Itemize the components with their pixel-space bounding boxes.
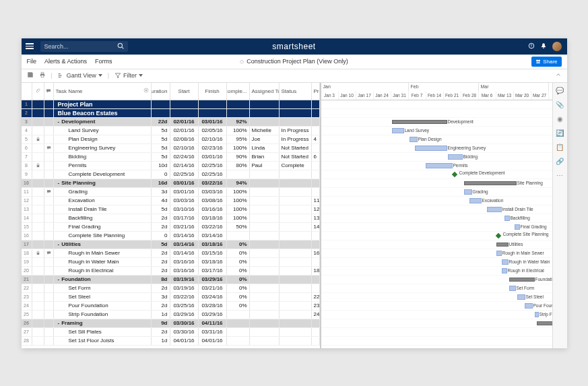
col-pred[interactable]: Predecessors — [314, 88, 320, 94]
gantt-bar[interactable]: Plan Design — [410, 137, 418, 142]
cell-status[interactable]: In Progress — [280, 127, 312, 135]
milestone-icon[interactable] — [451, 171, 457, 176]
cell-status[interactable] — [280, 302, 312, 310]
cell-taskname[interactable]: Pour Foundation — [54, 302, 152, 310]
cell-taskname[interactable]: Site Planning — [54, 179, 152, 187]
cell-taskname[interactable]: Blue Beacon Estates — [54, 109, 152, 117]
gantt-bar[interactable]: Set Steel — [517, 294, 525, 300]
cell-pred[interactable]: 4 — [312, 135, 320, 143]
cell-complete[interactable]: 100% — [227, 188, 250, 196]
cell-complete[interactable] — [227, 319, 250, 327]
cell-finish[interactable]: 02/25/16 — [199, 170, 227, 179]
cell-complete[interactable] — [227, 328, 250, 336]
cell-status[interactable]: Not Started — [280, 153, 312, 161]
cell-pred[interactable] — [312, 337, 320, 345]
cell-pred[interactable] — [312, 240, 320, 249]
cell-pred[interactable] — [312, 144, 320, 152]
cell-finish[interactable]: 03/18/16 — [199, 240, 227, 249]
search-box[interactable] — [40, 41, 128, 52]
cell-taskname[interactable]: Bidding — [54, 153, 152, 161]
cell-pred[interactable]: 22 — [312, 293, 320, 301]
cell-assigned[interactable] — [250, 276, 280, 284]
cell-finish[interactable]: 03/31/16 — [199, 328, 227, 336]
cell-finish[interactable]: 03/21/16 — [199, 284, 227, 292]
cell-start[interactable]: 03/21/16 — [170, 223, 199, 231]
table-row[interactable]: 1Project Plan — [22, 100, 320, 109]
cell-complete[interactable]: 0% — [227, 267, 250, 275]
cell-finish[interactable]: 03/29/16 — [199, 311, 227, 319]
cell-duration[interactable]: 5d — [152, 135, 170, 143]
cell-taskname[interactable]: Strip Foundation — [54, 311, 152, 319]
cell-assigned[interactable] — [250, 205, 280, 214]
cell-status[interactable] — [280, 205, 312, 214]
cell-complete[interactable] — [227, 232, 250, 240]
cell-taskname[interactable]: Set Steel — [54, 293, 152, 301]
cell-duration[interactable]: 0 — [152, 232, 170, 240]
cell-start[interactable]: 03/01/16 — [170, 179, 199, 187]
gantt-bar[interactable]: Engineering Survey — [415, 146, 447, 151]
cell-complete[interactable]: 0% — [227, 276, 250, 284]
cell-status[interactable] — [280, 337, 312, 345]
cell-duration[interactable]: 2d — [152, 284, 170, 292]
cell-status[interactable] — [280, 179, 312, 187]
cell-start[interactable]: 03/25/16 — [170, 302, 199, 310]
cell-start[interactable]: 03/30/16 — [170, 319, 199, 327]
cell-finish[interactable]: 03/28/16 — [199, 302, 227, 310]
cell-assigned[interactable]: Linda — [250, 144, 280, 152]
cell-pred[interactable] — [312, 258, 320, 266]
milestone-icon[interactable] — [495, 232, 500, 238]
cell-pred[interactable] — [312, 284, 320, 292]
cell-assigned[interactable]: Michelle — [250, 127, 280, 135]
cell-assigned[interactable]: Joe — [250, 135, 280, 143]
cell-status[interactable]: Complete — [280, 162, 312, 170]
gantt-bar[interactable]: Bidding — [448, 154, 463, 160]
cell-finish[interactable]: 02/25/16 — [199, 162, 227, 170]
menu-alerts[interactable]: Alerts & Actions — [44, 58, 87, 65]
column-menu-icon[interactable] — [143, 88, 149, 94]
cell-complete[interactable]: 0% — [227, 258, 250, 266]
gantt-bar[interactable]: Permits — [426, 163, 453, 168]
cell-duration[interactable]: 8d — [152, 276, 170, 284]
table-row[interactable]: 27Set Sill Plates2d03/30/1603/31/16 — [22, 328, 320, 337]
activity-panel-icon[interactable]: 📋 — [556, 143, 564, 151]
cell-status[interactable] — [280, 170, 312, 179]
cell-status[interactable] — [280, 197, 312, 205]
cell-complete[interactable]: 0% — [227, 302, 250, 310]
cell-taskname[interactable]: Complete Development — [54, 170, 152, 179]
cell-complete[interactable] — [227, 109, 250, 117]
gantt-bar[interactable]: Site Planning — [464, 181, 517, 185]
cell-finish[interactable]: 02/05/16 — [199, 127, 227, 135]
more-panel-icon[interactable]: ⋯ — [556, 172, 563, 179]
filter-button[interactable]: Filter — [115, 72, 143, 79]
cell-duration[interactable]: 10d — [152, 162, 170, 170]
cell-complete[interactable]: 95% — [227, 135, 250, 143]
cell-complete[interactable]: 100% — [227, 214, 250, 222]
update-panel-icon[interactable]: 🔄 — [556, 129, 564, 137]
cell-assigned[interactable] — [250, 118, 280, 126]
cell-duration[interactable]: 22d — [152, 118, 170, 126]
help-icon[interactable]: ? — [528, 42, 535, 51]
gantt-bar[interactable] — [537, 321, 552, 325]
print-icon[interactable] — [39, 71, 46, 79]
gantt-bar[interactable]: Backfilling — [504, 216, 510, 221]
cell-taskname[interactable]: Plan Design — [54, 135, 152, 143]
cell-assigned[interactable] — [250, 328, 280, 336]
cell-status[interactable] — [280, 100, 312, 108]
cell-finish[interactable]: 03/18/16 — [199, 258, 227, 266]
cell-finish[interactable] — [199, 109, 227, 117]
search-input[interactable] — [44, 43, 112, 50]
cell-complete[interactable]: 0% — [227, 284, 250, 292]
avatar[interactable] — [552, 42, 562, 51]
cell-status[interactable] — [280, 188, 312, 196]
cell-start[interactable]: 04/01/16 — [170, 337, 199, 345]
cell-start[interactable]: 03/14/16 — [170, 232, 199, 240]
cell-start[interactable]: 02/24/16 — [170, 153, 199, 161]
attachments-panel-icon[interactable]: 📎 — [556, 101, 564, 108]
table-row[interactable]: 7Bidding5d02/24/1603/01/1690%BrianNot St… — [22, 153, 320, 162]
cell-pred[interactable]: 14 — [312, 223, 320, 231]
cell-taskname[interactable]: Set 1st Floor Joists — [54, 337, 152, 345]
cell-taskname[interactable]: Framing — [54, 319, 152, 327]
gantt-bar[interactable]: Foundation — [509, 278, 535, 282]
cell-finish[interactable]: 03/14/16 — [199, 232, 227, 240]
cell-assigned[interactable] — [250, 267, 280, 275]
